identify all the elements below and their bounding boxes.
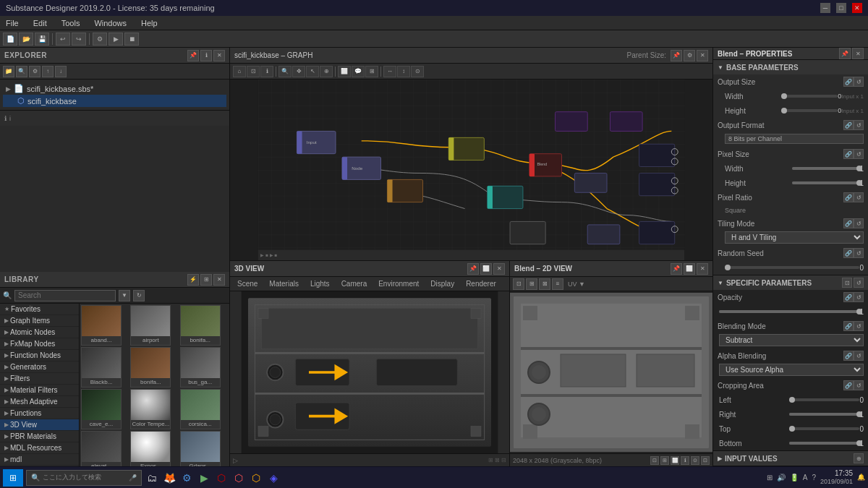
specific-params-header[interactable]: ▼ SPECIFIC PARAMETERS ⊡ ↺ — [713, 275, 868, 290]
graph-tool-extra1[interactable]: ↔ — [383, 66, 396, 77]
output-height-slider[interactable] — [781, 109, 838, 112]
graph-pin-btn[interactable]: 📌 — [671, 50, 682, 61]
tiling-mode-link-btn[interactable]: 🔗 — [843, 218, 854, 228]
view3d-max-btn[interactable]: ⬜ — [480, 263, 492, 275]
pixel-height-slider[interactable] — [792, 181, 859, 184]
random-seed-slider[interactable] — [725, 266, 859, 269]
opacity-reset-btn[interactable]: ↺ — [854, 292, 864, 302]
maximize-button[interactable]: □ — [836, 3, 846, 13]
blending-mode-reset-btn[interactable]: ↺ — [854, 321, 864, 331]
alpha-blending-reset-btn[interactable]: ↺ — [854, 351, 864, 361]
graph-tool-connect[interactable]: ⊕ — [320, 66, 333, 77]
library-item-graph-items[interactable]: ▶ Graph Items — [0, 315, 79, 327]
alpha-blending-link-btn[interactable]: 🔗 — [843, 351, 854, 361]
graph-tool-home[interactable]: ⌂ — [233, 66, 246, 77]
taskbar-search[interactable]: 🔍 ここに入力して検索 🎤 — [26, 470, 142, 486]
view2d-nav1[interactable]: ⊡ — [650, 456, 659, 465]
library-item-generators[interactable]: ▶ Generators — [0, 361, 79, 373]
explorer-tool-1[interactable]: 📁 — [3, 66, 14, 77]
graph-close-btn[interactable]: ✕ — [697, 50, 708, 61]
library-tool-btn[interactable]: ⚡ — [187, 274, 199, 286]
pixel-ratio-reset-btn[interactable]: ↺ — [854, 192, 864, 202]
tiling-mode-reset-btn[interactable]: ↺ — [854, 218, 864, 228]
graph-tool-zoom-fit[interactable]: ⊡ — [247, 66, 260, 77]
graph-tool-nav2[interactable]: ⊞ — [365, 66, 378, 77]
explorer-tree-root[interactable]: ▶ 📄 scifi_kickbase.sbs* — [3, 82, 226, 95]
tool3[interactable]: ⏹ — [124, 33, 139, 46]
library-item-material-filters[interactable]: ▶ Material Filters — [0, 385, 79, 396]
library-thumbnail-1[interactable]: aband... — [81, 305, 122, 346]
titlebar-controls[interactable]: ─ □ ✕ — [820, 3, 862, 13]
graph-tool-frame[interactable]: ⬜ — [338, 66, 351, 77]
library-item-filters[interactable]: ▶ Filters — [0, 373, 79, 385]
tab-environment[interactable]: Environment — [374, 278, 423, 289]
view2d-nav3[interactable]: ⬜ — [671, 456, 679, 465]
specific-params-tool1[interactable]: ⊡ — [842, 278, 852, 288]
graph-tool-zoom-in[interactable]: 🔍 — [278, 66, 292, 77]
library-thumbnail-12[interactable]: Gdans... — [180, 431, 221, 471]
graph-tool-nav[interactable]: ✥ — [292, 66, 305, 77]
graph-tool-extra3[interactable]: ⊙ — [411, 66, 424, 77]
menu-windows[interactable]: Windows — [91, 17, 129, 29]
view2d-canvas[interactable] — [510, 291, 712, 453]
tool1[interactable]: ⚙ — [93, 33, 107, 46]
output-format-link-btn[interactable]: 🔗 — [843, 120, 854, 130]
library-item-atomic-nodes[interactable]: ▶ Atomic Nodes — [0, 327, 79, 338]
properties-close-btn[interactable]: ✕ — [852, 48, 864, 59]
library-thumbnail-3[interactable]: bonifa... — [180, 305, 221, 346]
library-item-mesh-adaptive[interactable]: ▶ Mesh Adaptive — [0, 396, 79, 408]
crop-top-slider[interactable] — [789, 427, 859, 430]
view2d-tool1[interactable]: ⊡ — [513, 278, 524, 290]
taskbar-app-5[interactable]: ⬡ — [214, 471, 229, 485]
view2d-close-btn[interactable]: ✕ — [697, 263, 708, 275]
taskbar-app-7[interactable]: ⬡ — [249, 471, 263, 485]
graph-tool-info[interactable]: ℹ — [260, 66, 273, 77]
library-thumbnail-7[interactable]: cave_e... — [81, 389, 122, 429]
minimize-button[interactable]: ─ — [820, 3, 830, 13]
tool2[interactable]: ▶ — [109, 33, 123, 46]
graph-options-btn[interactable]: ⚙ — [684, 50, 695, 61]
library-thumbnail-9[interactable]: corsica... — [180, 389, 221, 429]
input-values-header[interactable]: ▶ INPUT VALUES ⊕ — [713, 451, 868, 466]
taskbar-app-1[interactable]: 🗂 — [145, 471, 159, 485]
explorer-tool-4[interactable]: ↑ — [42, 66, 54, 77]
explorer-close-button[interactable]: ✕ — [213, 50, 225, 61]
output-size-reset-btn[interactable]: ↺ — [854, 77, 864, 87]
tab-camera[interactable]: Camera — [337, 278, 372, 289]
library-refresh-btn[interactable]: ↻ — [133, 290, 145, 301]
start-button[interactable]: ⊞ — [3, 469, 23, 487]
tab-display[interactable]: Display — [426, 278, 459, 289]
view2d-max-btn[interactable]: ⬜ — [684, 263, 695, 275]
explorer-pin-button[interactable]: 📌 — [187, 50, 199, 61]
explorer-tool-3[interactable]: ⚙ — [29, 66, 41, 77]
menu-help[interactable]: Help — [138, 17, 161, 29]
menu-tools[interactable]: Tools — [59, 17, 83, 29]
crop-left-slider[interactable] — [789, 398, 859, 401]
close-button[interactable]: ✕ — [852, 3, 862, 13]
library-item-functions[interactable]: ▶ Functions — [0, 408, 79, 419]
library-item-mdl[interactable]: ▶ mdl — [0, 454, 79, 466]
graph-tool-extra2[interactable]: ↕ — [397, 66, 410, 77]
tab-scene[interactable]: Scene — [233, 278, 262, 289]
graph-tool-select[interactable]: ↖ — [306, 66, 319, 77]
library-item-pbr[interactable]: ▶ PBR Materials — [0, 431, 79, 442]
explorer-tree-item[interactable]: ⬡ scifi_kickbase — [3, 95, 226, 107]
library-item-favorites[interactable]: ★ Favorites — [0, 304, 79, 315]
crop-right-slider[interactable] — [789, 413, 859, 416]
taskbar-app-4[interactable]: ▶ — [197, 471, 211, 485]
new-button[interactable]: 📄 — [3, 33, 17, 46]
view2d-nav5[interactable]: ⊙ — [691, 456, 699, 465]
menu-file[interactable]: File — [3, 17, 22, 29]
open-button[interactable]: 📂 — [19, 33, 33, 46]
blending-mode-select[interactable]: Subtract — [719, 334, 864, 346]
menu-edit[interactable]: Edit — [30, 17, 50, 29]
view2d-nav4[interactable]: ℹ — [681, 456, 689, 465]
taskbar-app-8[interactable]: ◈ — [266, 471, 281, 485]
graph-tool-comment[interactable]: 💬 — [352, 66, 365, 77]
library-item-fxmap[interactable]: ▶ FxMap Nodes — [0, 338, 79, 350]
opacity-link-btn[interactable]: 🔗 — [843, 292, 854, 302]
library-grid-btn[interactable]: ⊞ — [200, 274, 212, 286]
library-filter-btn[interactable]: ▼ — [119, 290, 130, 301]
view3d-canvas[interactable] — [230, 291, 509, 453]
cropping-area-link-btn[interactable]: 🔗 — [843, 380, 854, 390]
